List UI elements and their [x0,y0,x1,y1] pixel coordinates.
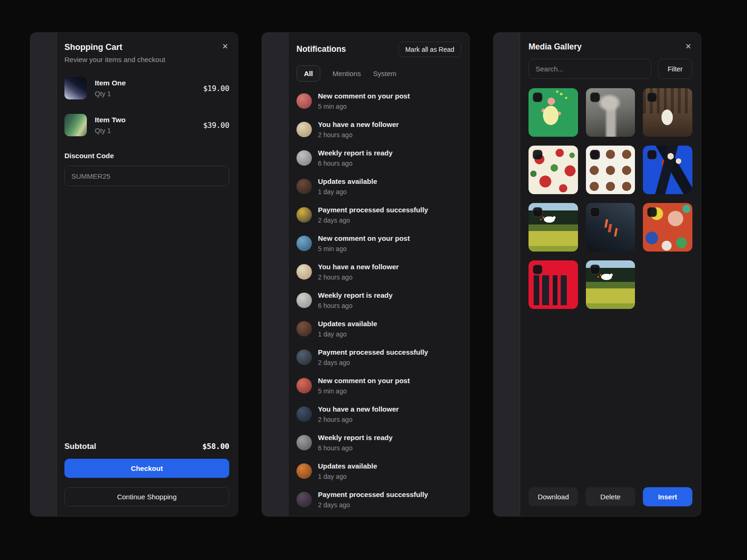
notification-title: New comment on your post [318,92,410,100]
notifications-tab[interactable]: Mentions [332,70,361,77]
item-quantity: Qty 1 [95,127,126,134]
item-quantity: Qty 1 [95,90,126,98]
notification-time: 2 days ago [318,217,428,224]
notification-item[interactable]: Updates available 1 day ago [296,460,461,483]
shopping-cart-panel: ✕ Shopping Cart Review your items and ch… [30,32,238,517]
notification-item[interactable]: Weekly report is ready 6 hours ago [296,147,461,169]
notification-title: You have a new follower [318,263,399,271]
tile-checkbox[interactable] [533,150,543,160]
gallery-search-row: Filter [520,52,701,79]
avatar [296,293,312,308]
notification-text: Updates available 1 day ago [318,320,377,338]
item-thumbnail [64,77,87,99]
gallery-tile[interactable] [643,146,692,194]
notification-item[interactable]: Updates available 1 day ago [296,175,461,198]
gallery-tile[interactable] [586,146,635,194]
notification-time: 1 day ago [318,473,377,481]
filter-button[interactable]: Filter [658,59,692,79]
tile-checkbox[interactable] [590,207,600,217]
gallery-grid [529,88,692,309]
panel-side-rail [30,33,57,516]
tile-checkbox[interactable] [533,207,543,217]
gallery-action-button[interactable]: Delete [585,487,635,506]
notifications-tab[interactable]: System [373,70,396,77]
notifications-content: Notifications Mark all as Read All Menti… [289,33,469,516]
notification-title: Payment processed successfully [318,348,428,357]
close-icon[interactable]: ✕ [684,41,693,52]
notification-item[interactable]: New comment on your post 5 min ago [296,90,461,112]
tile-checkbox[interactable] [590,265,600,274]
gallery-tile[interactable] [529,260,578,309]
notification-text: Weekly report is ready 6 hours ago [318,149,393,168]
cart-header: Shopping Cart Review your items and chec… [57,33,238,63]
item-price: $39.00 [203,121,229,130]
shopping-cart-content: ✕ Shopping Cart Review your items and ch… [57,33,238,516]
notification-item[interactable]: Payment processed successfully 2 days ag… [296,203,461,226]
notification-text: Weekly report is ready 6 hours ago [318,434,393,452]
notification-title: Payment processed successfully [318,490,428,499]
checkout-button[interactable]: Checkout [64,459,229,478]
notifications-panel: Notifications Mark all as Read All Menti… [261,32,470,517]
notification-text: Updates available 1 day ago [318,177,377,196]
notification-text: Updates available 1 day ago [318,462,377,481]
subtotal-row: Subtotal $58.00 [64,442,229,451]
item-price: $19.00 [203,84,229,93]
notifications-tabs: All Mentions System [289,57,469,82]
notification-time: 6 hours ago [318,302,393,310]
notification-time: 5 min ago [318,387,410,395]
notification-item[interactable]: Updates available 1 day ago [296,317,461,340]
notifications-tab[interactable]: All [296,65,320,82]
gallery-actions: Download Delete Insert [529,487,692,506]
notification-time: 6 hours ago [318,444,393,452]
search-input[interactable] [529,59,651,79]
item-info: Item One Qty 1 [95,79,126,98]
discount-code-input[interactable] [64,166,229,186]
notification-text: Payment processed successfully 2 days ag… [318,490,428,509]
avatar [296,492,312,507]
notification-title: Updates available [318,177,377,186]
gallery-tile[interactable] [586,203,635,252]
tile-checkbox[interactable] [647,207,657,217]
avatar [296,378,312,393]
continue-shopping-button[interactable]: Continue Shopping [64,487,229,506]
notification-item[interactable]: You have a new follower 2 hours ago [296,118,461,141]
tile-checkbox[interactable] [590,92,600,102]
notification-title: You have a new follower [318,120,399,129]
tile-checkbox[interactable] [590,150,600,160]
notification-item[interactable]: New comment on your post 5 min ago [296,232,461,255]
tile-checkbox[interactable] [647,150,657,160]
gallery-tile[interactable] [529,203,578,252]
notification-time: 1 day ago [318,188,377,196]
tile-checkbox[interactable] [647,92,657,102]
gallery-tile[interactable] [586,88,635,137]
notification-text: Weekly report is ready 6 hours ago [318,291,393,310]
close-icon[interactable]: ✕ [220,41,230,52]
notification-time: 1 day ago [318,330,377,338]
avatar [296,207,312,223]
mark-all-as-read-button[interactable]: Mark all as Read [398,42,461,57]
notification-item[interactable]: Weekly report is ready 6 hours ago [296,289,461,312]
notification-title: Weekly report is ready [318,434,393,442]
gallery-tile[interactable] [643,88,692,137]
gallery-tile[interactable] [586,260,635,309]
notification-time: 5 min ago [318,245,410,253]
tile-checkbox[interactable] [533,265,543,274]
cart-item-row: Item Two Qty 1 $39.00 [64,114,229,136]
notification-item[interactable]: You have a new follower 2 hours ago [296,260,461,283]
gallery-action-button[interactable]: Download [529,487,578,506]
notification-item[interactable]: Weekly report is ready 6 hours ago [296,431,461,454]
cart-items-list: Item One Qty 1 $19.00 Item Two Qty 1 $39… [57,63,238,136]
notification-item[interactable]: New comment on your post 5 min ago [296,374,461,397]
gallery-action-button[interactable]: Insert [643,487,692,506]
notification-text: You have a new follower 2 hours ago [318,263,399,281]
notification-item[interactable]: You have a new follower 2 hours ago [296,403,461,426]
gallery-tile[interactable] [643,203,692,252]
gallery-tile[interactable] [529,146,578,194]
gallery-tile[interactable] [529,88,578,137]
tile-checkbox[interactable] [533,92,543,102]
notification-text: New comment on your post 5 min ago [318,377,410,395]
notification-item[interactable]: Payment processed successfully 2 days ag… [296,346,461,369]
notification-time: 5 min ago [318,103,410,111]
notification-item[interactable]: Payment processed successfully 2 days ag… [296,488,461,511]
notification-time: 2 days ago [318,501,428,509]
